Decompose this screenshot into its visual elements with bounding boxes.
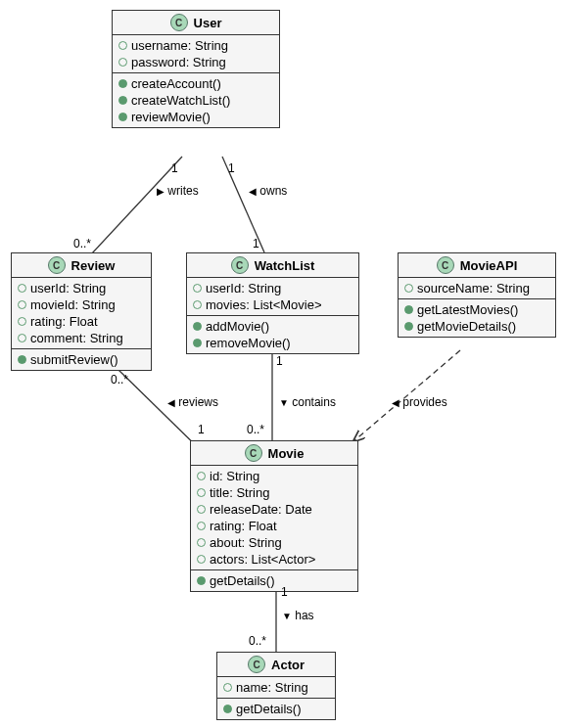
mult: 0..* xyxy=(249,634,266,648)
vis-icon xyxy=(197,522,206,530)
arrow-icon: ▼ xyxy=(282,611,292,621)
mult: 1 xyxy=(228,161,235,175)
attributes: sourceName: String xyxy=(399,278,555,299)
rel-has: ▼ has xyxy=(282,609,314,622)
attr: id: String xyxy=(197,468,352,484)
vis-icon xyxy=(404,322,413,331)
class-name: Review xyxy=(71,258,116,273)
attributes: name: String xyxy=(217,677,335,699)
attr: releaseDate: Date xyxy=(197,501,352,518)
class-header: CActor xyxy=(217,653,335,677)
vis-icon xyxy=(197,472,206,480)
attr: userId: String xyxy=(193,280,352,296)
class-icon: C xyxy=(248,656,265,673)
attr: username: String xyxy=(118,37,273,54)
class-review: CReview userId: String movieId: String r… xyxy=(11,252,152,371)
vis-icon xyxy=(18,317,26,326)
op: createWatchList() xyxy=(118,92,273,109)
attr: title: String xyxy=(197,484,352,501)
vis-icon xyxy=(197,555,206,564)
mult: 1 xyxy=(198,423,205,436)
vis-icon xyxy=(118,113,127,121)
op: getDetails() xyxy=(197,572,352,589)
op: addMovie() xyxy=(193,318,352,335)
operations: getLatestMovies() getMovieDetails() xyxy=(399,299,555,337)
op: createAccount() xyxy=(118,75,273,92)
operations: addMovie() removeMovie() xyxy=(187,316,358,353)
rel-contains: ▼ contains xyxy=(279,395,336,409)
class-watchlist: CWatchList userId: String movies: List<M… xyxy=(186,252,359,354)
vis-icon xyxy=(223,683,232,692)
attr: rating: Float xyxy=(197,518,352,534)
vis-icon xyxy=(197,538,206,547)
uml-diagram: CUser username: String password: String … xyxy=(0,0,564,728)
op: getMovieDetails() xyxy=(404,318,549,335)
op: submitReview() xyxy=(18,351,145,368)
attr: movieId: String xyxy=(18,296,145,313)
class-name: WatchList xyxy=(255,258,315,273)
vis-icon xyxy=(404,305,413,314)
svg-line-0 xyxy=(91,157,182,254)
mult: 1 xyxy=(281,585,288,599)
class-icon: C xyxy=(231,256,249,274)
vis-icon xyxy=(118,79,127,88)
mult: 1 xyxy=(171,161,178,175)
op: removeMovie() xyxy=(193,335,352,351)
mult: 0..* xyxy=(111,373,128,387)
vis-icon xyxy=(18,300,26,309)
class-movieapi: CMovieAPI sourceName: String getLatestMo… xyxy=(398,252,556,338)
arrow-icon: ▼ xyxy=(279,397,289,408)
attributes: userId: String movieId: String rating: F… xyxy=(12,278,151,349)
op: getLatestMovies() xyxy=(404,301,549,318)
attributes: username: String password: String xyxy=(113,35,279,73)
attributes: id: String title: String releaseDate: Da… xyxy=(191,466,357,570)
rel-provides: ◀ provides xyxy=(392,395,447,409)
class-header: CMovieAPI xyxy=(399,253,555,278)
vis-icon xyxy=(197,576,206,585)
class-movie: CMovie id: String title: String releaseD… xyxy=(190,440,358,592)
operations: createAccount() createWatchList() review… xyxy=(113,73,279,127)
attr: actors: List<Actor> xyxy=(197,551,352,568)
operations: submitReview() xyxy=(12,349,151,370)
attr: userId: String xyxy=(18,280,145,296)
vis-icon xyxy=(193,322,202,331)
operations: getDetails() xyxy=(191,570,357,591)
attr: sourceName: String xyxy=(404,280,549,296)
class-icon: C xyxy=(48,256,66,274)
attr: password: String xyxy=(118,54,273,70)
arrow-icon: ◀ xyxy=(167,397,175,408)
attr: movies: List<Movie> xyxy=(193,296,352,313)
vis-icon xyxy=(197,488,206,497)
class-header: CMovie xyxy=(191,441,357,466)
rel-reviews: ◀ reviews xyxy=(167,395,218,409)
class-icon: C xyxy=(170,14,188,31)
class-name: MovieAPI xyxy=(460,258,518,273)
vis-icon xyxy=(18,355,26,364)
rel-writes: ▶ writes xyxy=(157,184,199,198)
rel-owns: ◀ owns xyxy=(249,184,287,198)
class-header: CReview xyxy=(12,253,151,278)
class-name: Actor xyxy=(271,658,305,672)
mult: 1 xyxy=(276,354,283,368)
class-user: CUser username: String password: String … xyxy=(112,10,280,128)
class-header: CUser xyxy=(113,11,279,35)
vis-icon xyxy=(118,96,127,105)
vis-icon xyxy=(223,705,232,713)
attr: rating: Float xyxy=(18,313,145,330)
class-name: Movie xyxy=(268,446,305,461)
arrow-icon: ◀ xyxy=(249,186,257,197)
vis-icon xyxy=(193,284,202,293)
class-actor: CActor name: String getDetails() xyxy=(216,652,336,720)
attr: about: String xyxy=(197,534,352,551)
vis-icon xyxy=(404,284,413,293)
vis-icon xyxy=(118,41,127,50)
class-icon: C xyxy=(437,256,454,274)
class-name: User xyxy=(194,16,222,30)
vis-icon xyxy=(193,339,202,347)
operations: getDetails() xyxy=(217,699,335,719)
attributes: userId: String movies: List<Movie> xyxy=(187,278,358,316)
vis-icon xyxy=(18,334,26,342)
attr: comment: String xyxy=(18,330,145,346)
vis-icon xyxy=(118,58,127,67)
mult: 0..* xyxy=(73,237,91,250)
